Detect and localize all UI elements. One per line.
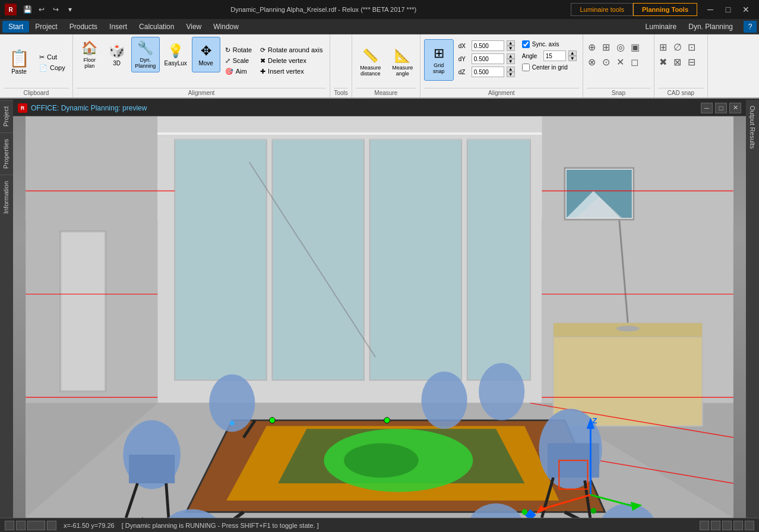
- viewport-container: R OFFICE: Dynamic Planning: preview ─ □ …: [13, 100, 746, 518]
- dx-label: dX: [458, 43, 469, 49]
- status-icon-4[interactable]: [47, 521, 56, 530]
- scale-button[interactable]: ⤢ Scale: [222, 56, 255, 66]
- snap-icon-3[interactable]: ◎: [615, 40, 628, 54]
- move-button[interactable]: ✥ Move: [192, 37, 220, 72]
- sidebar-tab-properties[interactable]: Properties: [0, 132, 13, 175]
- dy-input[interactable]: [472, 53, 504, 64]
- tab-planning[interactable]: Planning Tools: [633, 3, 697, 16]
- status-right-icon-4[interactable]: [733, 521, 743, 530]
- tools-content: [334, 37, 347, 88]
- menu-dynplanning[interactable]: Dyn. Planning: [682, 21, 739, 33]
- 3d-button[interactable]: 🎲 3D: [104, 37, 130, 72]
- ribbon-group-snap: ⊕ ⊞ ◎ ▣ ⊗ ⊙ ✕ ◻ Snap: [583, 34, 654, 97]
- dx-dn[interactable]: ▼: [507, 46, 515, 51]
- dz-spinner[interactable]: ▲▼: [507, 66, 515, 77]
- viewport-close[interactable]: ✕: [729, 103, 741, 113]
- menu-calculation[interactable]: Calculation: [133, 21, 180, 33]
- menu-window[interactable]: Window: [207, 21, 245, 33]
- sync-axis-checkbox[interactable]: [522, 40, 530, 48]
- copy-button[interactable]: 📄 Copy: [36, 63, 69, 73]
- svg-point-33: [344, 443, 419, 477]
- menu-view[interactable]: View: [180, 21, 207, 33]
- dx-input[interactable]: [472, 40, 504, 51]
- status-icon-2[interactable]: [16, 521, 26, 530]
- menu-insert[interactable]: Insert: [103, 21, 133, 33]
- cad-icon-5[interactable]: ⊠: [672, 55, 685, 69]
- cad-icon-4[interactable]: ✖: [658, 55, 671, 69]
- status-icon-3[interactable]: [27, 521, 45, 530]
- tab-luminaire[interactable]: Luminaire tools: [571, 3, 633, 16]
- dy-up[interactable]: ▲: [507, 53, 515, 59]
- snap-icon-7[interactable]: ✕: [615, 55, 628, 69]
- delete-vertex-button[interactable]: ✖ Delete vertex: [257, 56, 326, 66]
- grid-snap-button[interactable]: ⊞ Gridsnap: [424, 39, 454, 81]
- status-right-icon-1[interactable]: [700, 521, 709, 530]
- angle-dn[interactable]: ▼: [568, 56, 577, 61]
- angle-up[interactable]: ▲: [568, 50, 577, 56]
- angle-input[interactable]: [543, 50, 566, 61]
- sidebar-tab-project[interactable]: Project: [0, 100, 13, 132]
- help-btn[interactable]: ?: [744, 21, 757, 33]
- viewport-controls: ─ □ ✕: [701, 103, 741, 113]
- status-right-icon-2[interactable]: [711, 521, 720, 530]
- cad-icon-2[interactable]: ∅: [672, 40, 685, 54]
- angle-spinner[interactable]: ▲▼: [568, 50, 577, 61]
- snap-icon-1[interactable]: ⊕: [587, 40, 600, 54]
- cad-icon-6[interactable]: ⊟: [687, 55, 700, 69]
- menu-products[interactable]: Products: [64, 21, 103, 33]
- dynplanning-button[interactable]: 🔧 Dyn.Planning: [131, 37, 160, 72]
- sidebar-tab-output[interactable]: Output Results: [747, 100, 758, 155]
- close-btn[interactable]: ✕: [738, 4, 754, 15]
- menu-project[interactable]: Project: [29, 21, 63, 33]
- minimize-btn[interactable]: ─: [702, 4, 719, 15]
- ribbon-group-alignment: ⊞ Gridsnap dX ▲▼ dY ▲▼ dZ ▲▼: [420, 34, 583, 97]
- cad-icon-1[interactable]: ⊞: [658, 40, 671, 54]
- save-btn[interactable]: 💾: [21, 4, 33, 15]
- clipboard-buttons: 📋 Paste: [4, 39, 34, 86]
- measure-angle-button[interactable]: 📐 Measureangle: [389, 42, 416, 83]
- status-right-icon-3[interactable]: [722, 521, 732, 530]
- menu-bar: Start Project Products Insert Calculatio…: [0, 19, 759, 34]
- maximize-btn[interactable]: □: [720, 4, 736, 15]
- sync-axis-label: Sync. axis: [532, 41, 559, 48]
- snap-icon-8[interactable]: ◻: [630, 55, 643, 69]
- dz-input[interactable]: [472, 66, 504, 77]
- cut-button[interactable]: ✂ Cut: [36, 52, 69, 62]
- snap-icon-4[interactable]: ▣: [630, 40, 643, 54]
- cad-icon-3[interactable]: ⊡: [687, 40, 700, 54]
- center-grid-checkbox[interactable]: [522, 64, 530, 71]
- viewport-maximize[interactable]: □: [715, 103, 727, 113]
- easylux-button[interactable]: 💡 EasyLux: [161, 37, 191, 72]
- snap-icon-5[interactable]: ⊗: [587, 55, 600, 69]
- dy-spinner[interactable]: ▲▼: [507, 53, 515, 64]
- status-icon-1[interactable]: [5, 521, 14, 530]
- 3d-scene[interactable]: Z: [13, 116, 746, 518]
- tools-label: Tools: [334, 88, 347, 96]
- svg-rect-11: [61, 232, 105, 391]
- menu-start[interactable]: Start: [2, 21, 29, 33]
- angle-label: Angle: [522, 53, 541, 59]
- dx-up[interactable]: ▲: [507, 40, 515, 46]
- dz-dn[interactable]: ▼: [507, 72, 515, 77]
- rotate-button[interactable]: ↻ Rotate: [222, 45, 255, 55]
- status-right-icon-5[interactable]: [745, 521, 754, 530]
- undo-btn[interactable]: ↩: [36, 4, 48, 15]
- insert-vertex-button[interactable]: ✚ Insert vertex: [257, 66, 326, 77]
- aim-button[interactable]: 🎯 Aim: [222, 66, 255, 77]
- sidebar-tab-information[interactable]: Information: [0, 175, 13, 220]
- snap-icon-6[interactable]: ⊙: [601, 55, 614, 69]
- floorplan-button[interactable]: 🏠 Floorplan: [77, 37, 103, 72]
- rotate-around-axis-button[interactable]: ⟳ Rotate around axis: [257, 45, 326, 55]
- dy-dn[interactable]: ▼: [507, 59, 515, 64]
- menu-luminaire[interactable]: Luminaire: [640, 21, 683, 33]
- dz-up[interactable]: ▲: [507, 66, 515, 72]
- qa-dropdown[interactable]: ▾: [64, 4, 76, 15]
- measure-distance-button[interactable]: 📏 Measuredistance: [356, 42, 385, 83]
- dx-spinner[interactable]: ▲▼: [507, 40, 515, 51]
- paste-button[interactable]: 📋 Paste: [4, 39, 34, 86]
- viewport-minimize[interactable]: ─: [701, 103, 713, 113]
- redo-btn[interactable]: ↪: [50, 4, 62, 15]
- snap-icon-2[interactable]: ⊞: [601, 40, 614, 54]
- edit-content: 🏠 Floorplan 🎲 3D 🔧 Dyn.Planning 💡 EasyLu…: [77, 37, 327, 88]
- window-title: Dynamic_Planning Alpha_Kreisel.rdf - Rel…: [81, 6, 566, 13]
